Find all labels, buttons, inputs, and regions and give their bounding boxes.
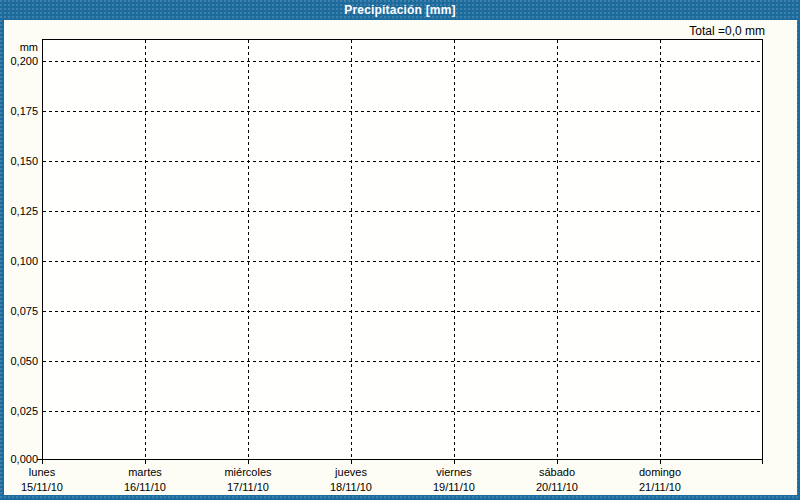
x-axis-tick: [248, 460, 249, 464]
day-date: 17/11/10: [203, 480, 293, 494]
v-gridline: [248, 40, 249, 459]
day-date: 21/11/10: [615, 480, 705, 494]
day-date: 19/11/10: [409, 480, 499, 494]
x-axis-tick: [351, 460, 352, 464]
y-tick-label: 0,100: [0, 254, 38, 268]
day-date: 20/11/10: [512, 480, 602, 494]
day-date: 15/11/10: [0, 480, 87, 494]
plot-area: [42, 39, 763, 460]
h-gridline: [43, 261, 762, 262]
day-name: sábado: [512, 465, 602, 479]
day-name: lunes: [0, 465, 87, 479]
h-gridline: [43, 161, 762, 162]
total-label: Total =0,0 mm: [689, 24, 765, 38]
h-gridline: [43, 211, 762, 212]
v-gridline: [454, 40, 455, 459]
y-tick-label: 0,000: [0, 452, 38, 466]
day-name: viernes: [409, 465, 499, 479]
x-axis-tick: [660, 460, 661, 464]
day-name: jueves: [306, 465, 396, 479]
y-tick-label: 0,150: [0, 154, 38, 168]
x-axis-tick: [557, 460, 558, 464]
chart-title: Precipitación [mm]: [344, 3, 456, 17]
h-gridline: [43, 361, 762, 362]
y-tick-label: 0,125: [0, 204, 38, 218]
y-tick-label: 0,025: [0, 404, 38, 418]
day-date: 16/11/10: [100, 480, 190, 494]
h-gridline: [43, 111, 762, 112]
y-tick-label: 0,200: [0, 54, 38, 68]
v-gridline: [145, 40, 146, 459]
h-gridline: [43, 61, 762, 62]
day-date: 18/11/10: [306, 480, 396, 494]
y-axis-unit: mm: [0, 40, 38, 54]
x-axis-tick: [454, 460, 455, 464]
day-name: miércoles: [203, 465, 293, 479]
x-axis-tick: [762, 460, 763, 464]
v-gridline: [351, 40, 352, 459]
y-axis-zero-tick: [37, 459, 42, 460]
v-gridline: [557, 40, 558, 459]
v-gridline: [660, 40, 661, 459]
day-name: domingo: [615, 465, 705, 479]
y-tick-label: 0,050: [0, 354, 38, 368]
y-tick-label: 0,175: [0, 104, 38, 118]
chart-window: Precipitación [mm] Total =0,0 mm mm 0,20…: [0, 0, 800, 500]
chart-titlebar: Precipitación [mm]: [0, 0, 800, 20]
day-name: martes: [100, 465, 190, 479]
x-axis-tick: [145, 460, 146, 464]
h-gridline: [43, 411, 762, 412]
h-gridline: [43, 311, 762, 312]
x-axis-tick: [42, 460, 43, 464]
y-tick-label: 0,075: [0, 304, 38, 318]
